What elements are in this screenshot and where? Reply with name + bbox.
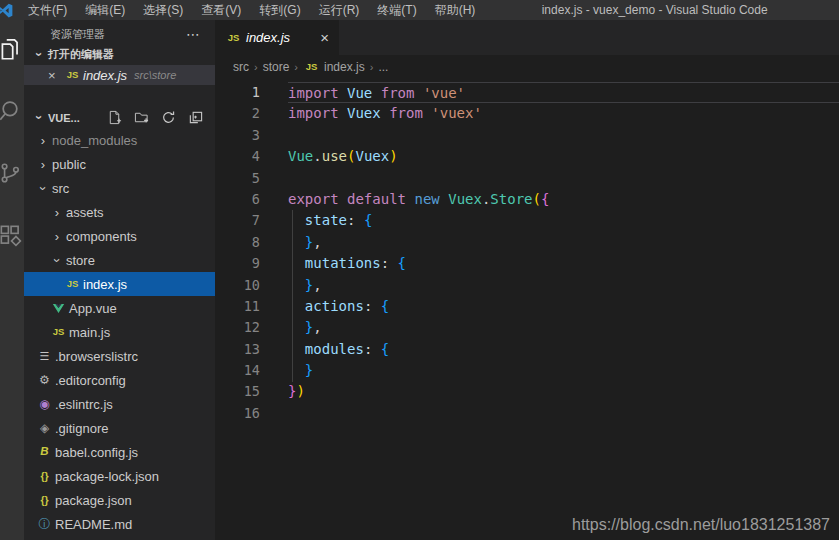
tree-item-label: package-lock.json [55, 469, 159, 484]
menu-bar: 文件(F)编辑(E)选择(S)查看(V)转到(G)运行(R)终端(T)帮助(H) [19, 0, 484, 20]
file-tree: ›node_modules›public›src›assets›componen… [24, 128, 215, 536]
tree-folder-store[interactable]: ›store [24, 248, 215, 272]
tree-item-label: node_modules [52, 133, 137, 148]
tree-file-package-json[interactable]: {}package.json [24, 488, 215, 512]
code-line[interactable]: 7 state: { [215, 210, 839, 231]
tree-item-label: store [66, 253, 95, 268]
tree-file--editorconfig[interactable]: ⚙.editorconfig [24, 368, 215, 392]
tree-file-index-js[interactable]: JSindex.js [24, 272, 215, 296]
tree-folder-public[interactable]: ›public [24, 152, 215, 176]
extensions-icon[interactable] [0, 222, 23, 248]
menu-item-6[interactable]: 终端(T) [368, 0, 425, 20]
code-line[interactable]: 6export default new Vuex.Store({ [215, 189, 839, 210]
vue-icon [50, 302, 67, 315]
breadcrumb-item--[interactable]: ... [378, 60, 388, 74]
tree-file--browserslistrc[interactable]: ☰.browserslistrc [24, 344, 215, 368]
breadcrumb-item-src[interactable]: src [233, 60, 249, 74]
code-line-content: }, [288, 317, 839, 338]
tree-file-app-vue[interactable]: App.vue [24, 296, 215, 320]
tree-file--gitignore[interactable]: ◈.gitignore [24, 416, 215, 440]
json-icon: {} [36, 495, 53, 506]
editor-group: JS index.js × src›store›JSindex.js›... 1… [215, 20, 839, 540]
code-line[interactable]: 4Vue.use(Vuex) [215, 146, 839, 167]
breadcrumb-item-index-js[interactable]: JSindex.js [303, 60, 365, 74]
code-line-content [288, 125, 839, 146]
tree-file--eslintrc-js[interactable]: ◉.eslintrc.js [24, 392, 215, 416]
tree-item-label: .browserslistrc [55, 349, 138, 364]
code-line[interactable]: 13 modules: { [215, 339, 839, 360]
search-icon[interactable] [0, 98, 23, 124]
workspace-section-header[interactable]: › VUE... [24, 107, 215, 128]
menu-item-1[interactable]: 编辑(E) [76, 0, 134, 20]
breadcrumb-item-store[interactable]: store [263, 60, 290, 74]
breadcrumb-separator-icon: › [294, 61, 298, 73]
code-line[interactable]: 2import Vuex from 'vuex' [215, 103, 839, 124]
line-number: 3 [215, 125, 260, 146]
explorer-actions [107, 110, 215, 125]
menu-item-7[interactable]: 帮助(H) [426, 0, 485, 20]
line-number: 1 [215, 82, 260, 103]
breadcrumb-label: src [233, 60, 249, 74]
breadcrumb-label: store [263, 60, 290, 74]
tree-file-babel-config-js[interactable]: Bbabel.config.js [24, 440, 215, 464]
new-folder-icon[interactable] [134, 110, 149, 125]
explorer-header: 资源管理器 ⋯ [24, 24, 215, 44]
code-line[interactable]: 16 [215, 403, 839, 424]
new-file-icon[interactable] [107, 110, 122, 125]
eslint-icon: ◉ [36, 398, 53, 410]
code-line[interactable]: 15}) [215, 381, 839, 402]
js-icon: JS [225, 33, 242, 43]
code-line[interactable]: 11 actions: { [215, 296, 839, 317]
tab-indexjs[interactable]: JS index.js × [215, 20, 339, 55]
code-line-content: }) [288, 381, 839, 402]
open-editors-section-header[interactable]: › 打开的编辑器 [24, 44, 215, 65]
code-line[interactable]: 10 }, [215, 275, 839, 296]
breadcrumb-separator-icon: › [370, 61, 374, 73]
menu-item-4[interactable]: 转到(G) [250, 0, 309, 20]
explorer-icon[interactable] [0, 36, 23, 62]
code-line[interactable]: 3 [215, 125, 839, 146]
indent-guide [292, 210, 293, 381]
code-line[interactable]: 8 }, [215, 232, 839, 253]
code-line-content: }, [288, 232, 839, 253]
chevron-right-icon: › [36, 157, 50, 172]
refresh-icon[interactable] [161, 110, 176, 125]
tab-label: index.js [246, 30, 290, 45]
line-number: 8 [215, 232, 260, 253]
tree-file-main-js[interactable]: JSmain.js [24, 320, 215, 344]
menu-item-5[interactable]: 运行(R) [310, 0, 369, 20]
menu-item-2[interactable]: 选择(S) [134, 0, 192, 20]
close-icon[interactable]: × [48, 68, 64, 83]
tree-folder-src[interactable]: ›src [24, 176, 215, 200]
code-line[interactable]: 9 mutations: { [215, 253, 839, 274]
tree-folder-components[interactable]: ›components [24, 224, 215, 248]
code-line-content: mutations: { [288, 253, 839, 274]
menu-item-3[interactable]: 查看(V) [192, 0, 250, 20]
code-area[interactable]: 1import Vue from 'vue'2import Vuex from … [215, 78, 839, 540]
menu-item-0[interactable]: 文件(F) [19, 0, 76, 20]
chevron-right-icon: › [50, 205, 64, 220]
tree-folder-assets[interactable]: ›assets [24, 200, 215, 224]
close-icon[interactable]: × [320, 30, 329, 45]
chevron-down-icon: › [32, 111, 47, 125]
code-line[interactable]: 5 [215, 168, 839, 189]
section-gap [24, 85, 215, 107]
code-line-content: export default new Vuex.Store({ [288, 189, 839, 210]
tree-file-package-lock-json[interactable]: {}package-lock.json [24, 464, 215, 488]
tree-folder-node-modules[interactable]: ›node_modules [24, 128, 215, 152]
more-actions-icon[interactable]: ⋯ [186, 26, 201, 42]
code-line-content: import Vuex from 'vuex' [288, 103, 839, 124]
collapse-all-icon[interactable] [188, 110, 203, 125]
readme-icon: ⓘ [36, 518, 53, 530]
open-editor-item[interactable]: × JS index.js src\store [24, 65, 215, 85]
activity-bar [0, 20, 24, 540]
code-line-content: import Vue from 'vue' [288, 82, 839, 103]
code-line[interactable]: 12 }, [215, 317, 839, 338]
code-line[interactable]: 1import Vue from 'vue' [215, 82, 839, 103]
code-line[interactable]: 14 } [215, 360, 839, 381]
source-control-icon[interactable] [0, 160, 23, 186]
tree-item-label: README.md [55, 517, 132, 532]
explorer-sidebar: 资源管理器 ⋯ › 打开的编辑器 × JS index.js src\store… [24, 20, 215, 540]
line-number: 6 [215, 189, 260, 210]
tree-file-readme-md[interactable]: ⓘREADME.md [24, 512, 215, 536]
